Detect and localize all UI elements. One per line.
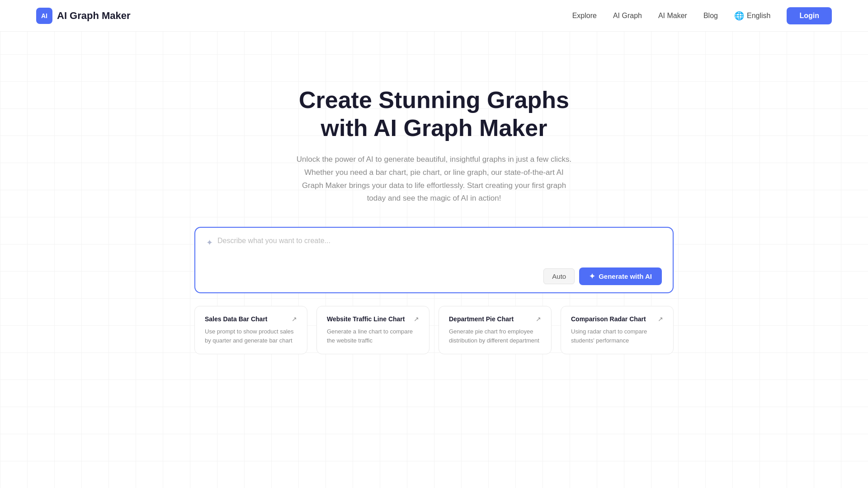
- generate-button[interactable]: ✦ Generate with AI: [579, 267, 662, 285]
- card-comparison-radar[interactable]: Comparison Radar Chart ↗ Using radar cha…: [561, 306, 674, 354]
- card-comparison-radar-desc: Using radar chart to compare students' p…: [571, 327, 663, 345]
- card-department-pie-title: Department Pie Chart: [449, 315, 514, 323]
- sparkle-icon: ✦: [206, 238, 213, 248]
- card-website-line[interactable]: Website Traffic Line Chart ↗ Generate a …: [316, 306, 429, 354]
- language-label: English: [747, 12, 770, 20]
- auto-button[interactable]: Auto: [543, 268, 575, 284]
- card-department-pie-desc: Generate pie chart fro employee distribu…: [449, 327, 541, 345]
- prompt-input[interactable]: [217, 237, 662, 264]
- card-sales-bar-title: Sales Data Bar Chart: [205, 315, 268, 323]
- card-department-pie-header: Department Pie Chart ↗: [449, 315, 541, 323]
- nav-ai-maker[interactable]: AI Maker: [658, 12, 687, 20]
- card-website-line-title: Website Traffic Line Chart: [327, 315, 405, 323]
- cards-container: Sales Data Bar Chart ↗ Use prompt to sho…: [194, 306, 674, 354]
- prompt-actions: Auto ✦ Generate with AI: [206, 267, 662, 285]
- card-comparison-radar-title: Comparison Radar Chart: [571, 315, 646, 323]
- hero-subtitle: Unlock the power of AI to generate beaut…: [294, 153, 574, 206]
- card-sales-bar-desc: Use prompt to show product sales by quar…: [205, 327, 297, 345]
- globe-icon: 🌐: [734, 11, 744, 21]
- language-selector[interactable]: 🌐 English: [734, 11, 770, 21]
- card-sales-bar[interactable]: Sales Data Bar Chart ↗ Use prompt to sho…: [194, 306, 307, 354]
- nav-explore[interactable]: Explore: [572, 12, 597, 20]
- navbar: AI AI Graph Maker Explore AI Graph AI Ma…: [0, 0, 868, 32]
- card-department-pie[interactable]: Department Pie Chart ↗ Generate pie char…: [439, 306, 552, 354]
- logo-text: AI Graph Maker: [57, 10, 131, 22]
- nav-ai-graph[interactable]: AI Graph: [613, 12, 642, 20]
- nav-links: Explore AI Graph AI Maker Blog 🌐 English…: [572, 7, 832, 24]
- card-department-pie-arrow: ↗: [536, 315, 541, 323]
- prompt-input-row: ✦: [206, 237, 662, 264]
- card-website-line-arrow: ↗: [414, 315, 419, 323]
- nav-blog[interactable]: Blog: [703, 12, 718, 20]
- card-website-line-header: Website Traffic Line Chart ↗: [327, 315, 419, 323]
- card-comparison-radar-header: Comparison Radar Chart ↗: [571, 315, 663, 323]
- hero-title: Create Stunning Graphs with AI Graph Mak…: [299, 86, 569, 142]
- generate-label: Generate with AI: [599, 272, 652, 280]
- logo-area[interactable]: AI AI Graph Maker: [36, 8, 131, 24]
- card-comparison-radar-arrow: ↗: [658, 315, 663, 323]
- generate-sparkle-icon: ✦: [589, 272, 595, 281]
- main-content: Create Stunning Graphs with AI Graph Mak…: [0, 32, 868, 354]
- logo-icon: AI: [36, 8, 52, 24]
- card-sales-bar-arrow: ↗: [292, 315, 297, 323]
- card-website-line-desc: Generate a line chart to compare the web…: [327, 327, 419, 345]
- prompt-container: ✦ Auto ✦ Generate with AI: [194, 227, 674, 293]
- card-sales-bar-header: Sales Data Bar Chart ↗: [205, 315, 297, 323]
- login-button[interactable]: Login: [787, 7, 832, 24]
